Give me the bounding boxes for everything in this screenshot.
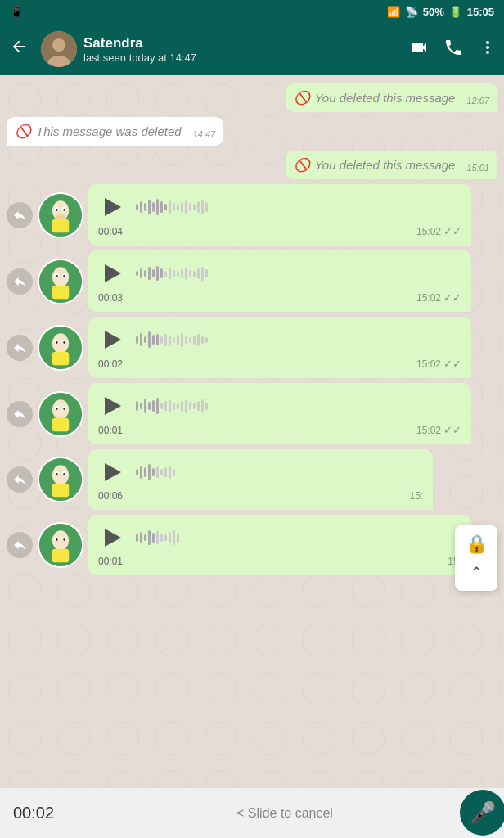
voice-message-row-5: 00:06 15: <box>7 449 497 510</box>
lock-icon: 🔒 <box>466 534 488 555</box>
mic-button[interactable]: 🎤 <box>460 790 504 836</box>
recording-time: 00:02 <box>13 804 70 822</box>
reply-button-1[interactable] <box>7 202 33 228</box>
reply-button-2[interactable] <box>7 268 33 295</box>
morty-avatar-3 <box>38 325 83 371</box>
bubble: 🚫 You deleted this message 15:01 <box>286 151 497 179</box>
header-actions <box>409 38 497 61</box>
svg-point-33 <box>52 465 69 484</box>
voice-duration-1: 00:04 <box>98 226 123 237</box>
waveform-6 <box>136 528 461 547</box>
slide-to-cancel[interactable]: < Slide to cancel <box>79 806 491 821</box>
avatar <box>41 31 77 67</box>
status-icons: 📶 📡 50% 🔋 15:05 <box>387 6 494 18</box>
play-button-1[interactable] <box>98 192 128 222</box>
morty-avatar-6 <box>38 522 83 568</box>
svg-point-7 <box>56 209 58 211</box>
waveform-4 <box>136 396 461 416</box>
chat-header: Satendra last seen today at 14:47 <box>0 23 504 75</box>
voice-duration-4: 00:01 <box>98 425 123 436</box>
voice-message-row-4: 00:01 15:02 ✓✓ <box>7 383 497 444</box>
recording-bar: 00:02 < Slide to cancel 🎤 <box>0 787 504 838</box>
block-icon: 🚫 <box>294 90 310 106</box>
voice-message-row-2: 00:03 15:02 ✓✓ <box>7 250 497 312</box>
contact-status: last seen today at 14:47 <box>83 52 403 64</box>
reply-button-5[interactable] <box>7 466 33 493</box>
morty-avatar-4 <box>38 391 83 437</box>
voice-bubble-1: 00:04 15:02 ✓✓ <box>88 184 471 246</box>
voice-time-1: 15:02 ✓✓ <box>416 225 461 237</box>
voice-duration-2: 00:03 <box>98 292 123 304</box>
svg-point-15 <box>56 275 58 277</box>
waveform-1 <box>136 197 461 217</box>
bubble: 🚫 This message was deleted 14:47 <box>7 117 223 146</box>
mic-icon: 🎤 <box>470 800 496 826</box>
svg-point-26 <box>52 399 69 419</box>
morty-avatar-5 <box>38 457 83 502</box>
svg-rect-45 <box>52 549 69 563</box>
voice-bubble-5: 00:06 15: <box>88 449 433 510</box>
message-deleted-sent-1: 🚫 You deleted this message 12:07 <box>7 83 497 112</box>
reply-button-4[interactable] <box>7 401 33 427</box>
svg-point-36 <box>56 473 58 475</box>
app-icon: 📱 <box>10 6 23 18</box>
battery-label: 50% <box>423 6 444 18</box>
voice-time-5: 15: <box>410 490 424 502</box>
play-button-4[interactable] <box>98 391 128 421</box>
video-call-button[interactable] <box>409 38 429 61</box>
voice-bubble-4: 00:01 15:02 ✓✓ <box>88 383 471 444</box>
play-button-6[interactable] <box>98 523 128 552</box>
voice-duration-6: 00:01 <box>98 556 123 567</box>
back-button[interactable] <box>3 31 34 67</box>
svg-rect-10 <box>52 219 69 232</box>
voice-duration-5: 00:06 <box>98 490 123 502</box>
svg-point-43 <box>56 538 58 541</box>
svg-point-40 <box>52 530 69 550</box>
block-icon: 🚫 <box>15 124 31 139</box>
voice-time-2: 15:02 ✓✓ <box>416 291 461 304</box>
reply-button-6[interactable] <box>7 532 33 558</box>
lock-popup[interactable]: 🔒 ⌃ <box>455 525 497 591</box>
play-button-5[interactable] <box>98 457 128 487</box>
play-button-3[interactable] <box>98 325 128 354</box>
wifi-icon: 📶 <box>387 6 400 18</box>
status-bar: 📱 📶 📡 50% 🔋 15:05 <box>0 0 504 23</box>
svg-rect-24 <box>52 351 69 365</box>
waveform-3 <box>136 330 461 349</box>
svg-point-22 <box>56 341 58 344</box>
svg-rect-17 <box>52 285 69 299</box>
msg-time: 15:01 <box>466 163 489 173</box>
voice-duration-3: 00:02 <box>98 358 123 370</box>
svg-point-29 <box>56 408 58 410</box>
voice-time-4: 15:02 ✓✓ <box>416 424 461 436</box>
waveform-2 <box>136 264 461 283</box>
morty-avatar-2 <box>38 259 83 304</box>
play-button-2[interactable] <box>98 259 128 288</box>
svg-point-37 <box>63 473 65 475</box>
svg-point-19 <box>52 333 69 353</box>
svg-point-8 <box>63 209 65 211</box>
chevron-up-icon[interactable]: ⌃ <box>470 563 484 583</box>
svg-point-44 <box>63 538 65 541</box>
deleted-msg-content: 🚫 This message was deleted 14:47 <box>15 124 215 139</box>
message-deleted-received: 🚫 This message was deleted 14:47 <box>7 117 497 146</box>
voice-message-row-6: 00:01 15: <box>7 515 497 575</box>
block-icon: 🚫 <box>294 157 310 173</box>
waveform-5 <box>136 462 423 482</box>
voice-bubble-3: 00:02 15:02 ✓✓ <box>88 317 471 378</box>
voice-time-3: 15:02 ✓✓ <box>416 358 461 370</box>
call-button[interactable] <box>443 38 463 61</box>
bubble: 🚫 You deleted this message 12:07 <box>286 83 497 112</box>
svg-point-16 <box>63 275 65 277</box>
voice-bubble-2: 00:03 15:02 ✓✓ <box>88 250 471 312</box>
msg-time: 14:47 <box>193 129 216 139</box>
voice-message-row-1: 00:04 15:02 ✓✓ <box>7 184 497 246</box>
morty-avatar-1 <box>38 192 83 238</box>
app-icon-area: 📱 <box>10 6 23 18</box>
svg-point-12 <box>52 267 69 286</box>
clock: 15:05 <box>467 6 494 18</box>
reply-button-3[interactable] <box>7 335 33 361</box>
more-options-button[interactable] <box>478 38 497 61</box>
msg-time: 12:07 <box>466 96 489 106</box>
svg-point-1 <box>52 38 65 52</box>
